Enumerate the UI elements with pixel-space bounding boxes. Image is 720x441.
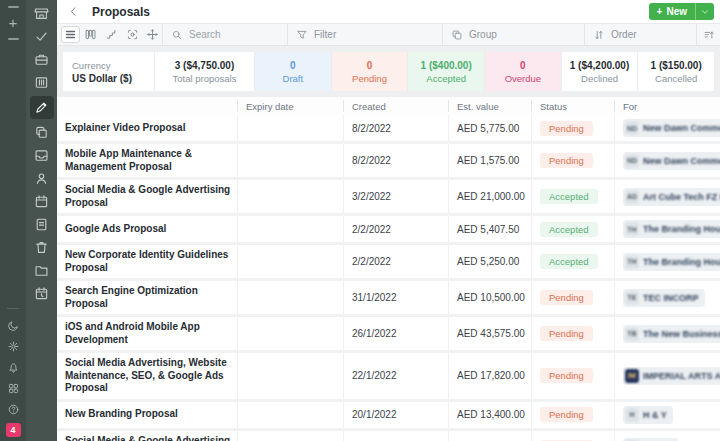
chevron-left-icon — [67, 5, 80, 18]
stat-accepted[interactable]: 1 ($400.00)Accepted — [408, 52, 485, 91]
customer-chip[interactable]: THThe Branding House Advertising — [623, 253, 720, 271]
for-cell: ADArt Cube Tech FZ LLC — [614, 180, 720, 213]
collapse-dash-icon — [8, 38, 19, 40]
proposal-row[interactable]: Mobile App Maintenance & Management Prop… — [57, 144, 720, 177]
stat-pending[interactable]: 0Pending — [332, 52, 409, 91]
customer-chip[interactable]: THThe Branding House Advertising — [623, 220, 720, 238]
search-input[interactable] — [189, 29, 269, 40]
rows-view-button[interactable] — [61, 26, 80, 43]
proposal-row[interactable]: New Branding Proposal20/1/2022AED 13,400… — [57, 402, 720, 428]
steps-view-icon — [105, 28, 118, 41]
proposal-name: New Branding Proposal — [65, 408, 178, 421]
sidebar-item-inbox[interactable] — [30, 146, 54, 165]
proposal-row[interactable]: Social Media Advertising, Website Mainte… — [57, 353, 720, 399]
moon-button[interactable] — [7, 318, 20, 332]
stat-currency[interactable]: CurrencyUS Dollar ($) — [63, 52, 155, 91]
gear-button[interactable] — [7, 339, 20, 353]
for-cell: TBThe New Business Bank — [614, 317, 720, 350]
customer-chip[interactable]: NDNew Dawn Commercial Brokers — [623, 119, 720, 137]
status-cell: Accepted — [531, 216, 614, 242]
order-label: Order — [611, 29, 637, 40]
customer-chip[interactable]: ADArt Cube Tech FZ LLC — [623, 188, 720, 206]
proposal-row[interactable]: Social Media & Google Advertising Propos… — [57, 431, 720, 441]
customer-chip[interactable]: TBThe New Business Bank — [623, 325, 720, 343]
notification-count-badge[interactable]: 4 — [6, 423, 21, 437]
sort-direction-button[interactable] — [697, 24, 720, 45]
stat-draft[interactable]: 0Draft — [255, 52, 332, 91]
stat-value: 1 ($400.00) — [421, 60, 472, 71]
sidebar-item-bin[interactable] — [30, 238, 54, 257]
customer-chip[interactable]: IMIMPERIAL ARTS ADV LLC — [623, 367, 720, 385]
sidebar-item-pen[interactable] — [30, 96, 54, 119]
column-header-name[interactable] — [57, 100, 237, 112]
stat-value: 0 — [520, 60, 526, 71]
proposal-name: iOS and Android Mobile App Development — [65, 321, 231, 346]
column-header-Status[interactable]: Status — [531, 100, 614, 112]
help-button[interactable] — [7, 402, 20, 416]
order-button[interactable]: Order — [585, 24, 697, 45]
proposal-row[interactable]: New Corporate Identity Guidelines Propos… — [57, 245, 720, 278]
proposal-row[interactable]: Google Ads Proposal2/2/2022AED 5,407.50A… — [57, 216, 720, 242]
scan-view-button[interactable] — [123, 26, 142, 43]
new-proposal-dropdown-button[interactable] — [695, 3, 714, 20]
filter-icon — [296, 29, 308, 41]
sidebar-item-copy[interactable] — [30, 123, 54, 142]
page-title: Proposals — [92, 5, 150, 19]
status-badge: Pending — [540, 368, 593, 383]
for-cell: HH & Y — [614, 402, 720, 428]
sidebar-item-user[interactable] — [30, 169, 54, 188]
status-cell: Accepted — [531, 245, 614, 278]
divider — [7, 308, 19, 309]
stat-cancelled[interactable]: 1 ($150.00)Cancelled — [638, 52, 714, 91]
stat-overdue[interactable]: 0Overdue — [485, 52, 562, 91]
sidebar-item-briefcase[interactable] — [30, 50, 54, 69]
collapse-dash-icon — [8, 6, 19, 8]
sidebar-item-kanban-card[interactable] — [30, 73, 54, 92]
est-value-cell: AED 3,675.00 — [448, 431, 531, 441]
proposal-row[interactable]: Search Engine Optimization Proposal31/1/… — [57, 281, 720, 314]
customer-avatar: IM — [625, 369, 639, 383]
customer-chip[interactable]: HH & Y — [623, 406, 673, 424]
sidebar-item-schedule[interactable] — [30, 284, 54, 303]
column-header-Est. value[interactable]: Est. value — [448, 100, 531, 112]
sidebar-item-calendar[interactable] — [30, 192, 54, 211]
expiry-date-cell — [237, 431, 343, 441]
filter-button[interactable]: Filter — [288, 24, 443, 45]
add-workspace-button[interactable]: + — [9, 17, 18, 29]
stat-label: Draft — [283, 73, 304, 84]
stat-value: 0 — [367, 60, 373, 71]
kanban-view-button[interactable] — [82, 26, 101, 43]
proposal-name-cell: New Branding Proposal — [57, 402, 237, 428]
stat-total[interactable]: 3 ($4,750.00)Total proposals — [155, 52, 255, 91]
apps-grid-button[interactable] — [7, 381, 20, 395]
column-header-Expiry date[interactable]: Expiry date — [237, 100, 343, 112]
customer-chip[interactable]: TETEC INCORP — [623, 289, 705, 307]
steps-view-button[interactable] — [102, 26, 121, 43]
expiry-date-cell — [237, 353, 343, 399]
proposal-row[interactable]: Explainer Video Proposal8/2/2022AED 5,77… — [57, 115, 720, 141]
new-proposal-button[interactable]: + New — [649, 3, 695, 20]
proposal-name-cell: Google Ads Proposal — [57, 216, 237, 242]
proposal-row[interactable]: Social Media & Google Advertising Propos… — [57, 180, 720, 213]
group-button[interactable]: Group — [443, 24, 585, 45]
for-cell: NDNew Dawn Commercial Brokers — [614, 144, 720, 177]
column-header-For[interactable]: For — [614, 100, 720, 112]
sidebar-item-check[interactable] — [30, 27, 54, 46]
stat-declined[interactable]: 1 ($4,200.00)Declined — [562, 52, 639, 91]
gear-icon — [7, 340, 20, 353]
customer-chip[interactable]: NDNew Dawn Commercial Brokers — [623, 152, 720, 170]
column-header-Created[interactable]: Created — [343, 100, 448, 112]
move-view-button[interactable] — [143, 26, 162, 43]
sidebar-item-folder[interactable] — [30, 261, 54, 280]
workspace-controls: + — [8, 0, 19, 40]
view-switcher — [57, 24, 163, 45]
proposal-row[interactable]: iOS and Android Mobile App Development26… — [57, 317, 720, 350]
sidebar-item-store[interactable] — [30, 4, 54, 23]
new-proposal-button-group: + New — [649, 3, 714, 20]
stat-label: Total proposals — [173, 73, 237, 84]
back-button[interactable] — [57, 5, 80, 18]
page-header: Proposals + New — [57, 0, 720, 24]
status-cell: Pending — [531, 144, 614, 177]
bell-button[interactable] — [7, 360, 20, 374]
sidebar-item-note[interactable] — [30, 215, 54, 234]
